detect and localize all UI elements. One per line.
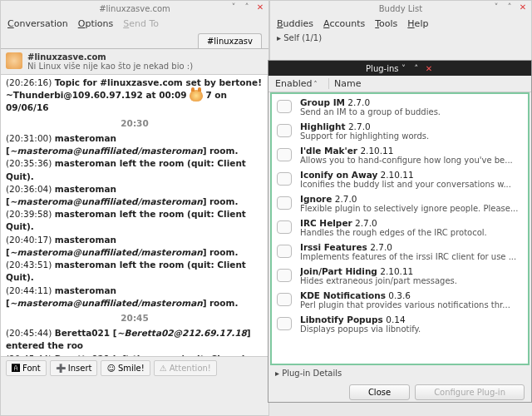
plugin-enabled-checkbox[interactable]	[277, 196, 292, 210]
plugin-row[interactable]: Irssi Features 2.7.0Implements features …	[272, 240, 528, 264]
font-button[interactable]: 🅰 Font	[6, 360, 47, 376]
plugin-enabled-checkbox[interactable]	[277, 317, 292, 330]
plugin-name: KDE Notifications 0.3.6	[300, 290, 523, 300]
plugin-desc: Displays popups via libnotify.	[300, 324, 523, 334]
log-line: (20:45:44) Beretta021 [~Beretta02@212.69…	[6, 327, 264, 352]
max-icon[interactable]: ˄	[411, 63, 421, 73]
max-icon[interactable]: ˄	[242, 2, 252, 12]
room-topic: Ni Linux više nije kao što je nekad bio …	[27, 62, 193, 71]
menu-buddies[interactable]: Buddies	[277, 18, 313, 29]
plugin-enabled-checkbox[interactable]	[277, 245, 292, 258]
close-icon[interactable]: ✕	[424, 63, 434, 73]
log-line: (20:40:17) masteroman [~masteroma@unaffi…	[6, 234, 264, 259]
log-line: (20:26:16) Topic for #linuxzasve.com set…	[6, 77, 264, 89]
menu-tools[interactable]: Tools	[375, 18, 397, 29]
plugin-name: Group IM 2.7.0	[300, 97, 523, 107]
plugin-row[interactable]: IRC Helper 2.7.0Handles the rough edges …	[272, 215, 528, 240]
menu-conversation[interactable]: Conversation	[7, 18, 68, 29]
max-icon[interactable]: ˄	[505, 2, 515, 12]
plugin-row[interactable]: Group IM 2.7.0Send an IM to a group of b…	[272, 95, 528, 119]
log-line: ~Thunderbi@109.60.97.192 at 00:09 7 on 0…	[6, 89, 264, 114]
plugin-desc: Support for highlighting words.	[300, 131, 523, 141]
attention-button: ⚠ Attention!	[154, 360, 217, 376]
plugin-row[interactable]: Iconify on Away 2.10.11Iconifies the bud…	[272, 167, 528, 191]
plugin-enabled-checkbox[interactable]	[277, 124, 292, 137]
plugin-name: Iconify on Away 2.10.11	[300, 170, 523, 180]
plugin-desc: Allows you to hand-configure how long yo…	[300, 156, 523, 165]
column-name[interactable]: Name	[334, 78, 361, 89]
plugin-enabled-checkbox[interactable]	[277, 172, 292, 186]
log-line: (20:31:00) masteroman [~masteroma@unaffi…	[6, 132, 264, 157]
conversation-title: #linuxzasve.com	[99, 4, 170, 13]
plugin-details-expander[interactable]: ▸ Plug-in Details	[268, 365, 531, 381]
plugin-desc: Perl plugin that provides various notifi…	[300, 300, 523, 310]
menu-sendto[interactable]: Send To	[123, 18, 159, 29]
plugin-desc: Flexible plugin to selectively ignore pe…	[300, 204, 523, 213]
buddy-titlebar: Buddy List ˅ ˄ ✕	[270, 1, 531, 16]
self-group[interactable]: Self (1/1)	[283, 33, 322, 42]
plugin-name: Join/Part Hiding 2.10.11	[300, 266, 523, 276]
tab-strip: #linuxzasv	[1, 32, 268, 49]
plugin-name: IRC Helper 2.7.0	[300, 218, 523, 228]
tab-linuxzasve[interactable]: #linuxzasv	[198, 33, 262, 48]
plugin-row[interactable]: Highlight 2.7.0Support for highlighting …	[272, 119, 528, 143]
min-icon[interactable]: ˅	[491, 2, 501, 12]
plugin-row[interactable]: I'dle Mak'er 2.10.11Allows you to hand-c…	[272, 143, 528, 167]
plugin-name: Ignore 2.7.0	[300, 194, 523, 204]
plugin-enabled-checkbox[interactable]	[277, 220, 292, 234]
plugin-row[interactable]: Libnotify Popups 0.14Displays popups via…	[272, 312, 528, 336]
plugin-desc: Hides extraneous join/part messages.	[300, 276, 523, 285]
plugin-desc: Handles the rough edges of the IRC proto…	[300, 228, 523, 237]
plugin-enabled-checkbox[interactable]	[277, 269, 292, 282]
plugins-title: Plug-ins	[366, 64, 398, 73]
buddy-menubar: Buddies Accounts Tools Help	[270, 16, 531, 32]
plugin-enabled-checkbox[interactable]	[277, 148, 292, 161]
buddy-title: Buddy List	[379, 4, 422, 13]
plugin-list-header: Enabled˄ Name	[268, 76, 531, 92]
plugin-name: Highlight 2.7.0	[300, 121, 523, 131]
conversation-toolbar: 🅰 Font ➕ Insert ☺ Smile! ⚠ Attention!	[1, 357, 268, 379]
menu-help[interactable]: Help	[407, 18, 428, 29]
smile-button[interactable]: ☺ Smile!	[101, 360, 150, 376]
plugin-name: I'dle Mak'er 2.10.11	[300, 146, 523, 156]
column-enabled[interactable]: Enabled˄	[275, 78, 323, 89]
configure-plugin-button: Configure Plug-in	[415, 384, 525, 400]
plugins-titlebar: Plug-ins ˅ ˄ ✕	[268, 61, 531, 76]
log-line: (20:39:58) masteroman left the room (qui…	[6, 208, 264, 233]
conversation-log[interactable]: (20:26:16) Topic for #linuxzasve.com set…	[1, 74, 268, 357]
expand-icon[interactable]: ▸	[277, 33, 281, 42]
min-icon[interactable]: ˅	[229, 2, 239, 12]
buddy-list-window: Buddy List ˅ ˄ ✕ Buddies Accounts Tools …	[269, 0, 532, 67]
plugin-enabled-checkbox[interactable]	[277, 100, 292, 113]
log-line: (20:36:04) masteroman [~masteroma@unaffi…	[6, 183, 264, 208]
conversation-titlebar: #linuxzasve.com ˅ ˄ ✕	[1, 1, 268, 16]
min-icon[interactable]: ˅	[399, 63, 409, 73]
close-icon[interactable]: ✕	[518, 2, 528, 12]
conversation-header: #linuxzasve.com Ni Linux više nije kao š…	[1, 49, 268, 74]
log-line: (20:44:11) masteroman [~masteroma@unaffi…	[6, 285, 264, 310]
plugin-name: Libnotify Popups 0.14	[300, 314, 523, 324]
close-icon[interactable]: ✕	[255, 2, 265, 12]
log-line: (20:35:36) masteroman left the room (qui…	[6, 157, 264, 182]
close-button[interactable]: Close	[349, 384, 410, 400]
plugins-window: Plug-ins ˅ ˄ ✕ Enabled˄ Name Group IM 2.…	[268, 60, 532, 403]
menu-options[interactable]: Options	[78, 18, 113, 29]
menu-accounts[interactable]: Accounts	[323, 18, 365, 29]
conversation-window: #linuxzasve.com ˅ ˄ ✕ Conversation Optio…	[0, 0, 269, 416]
plugin-row[interactable]: Join/Part Hiding 2.10.11Hides extraneous…	[272, 264, 528, 288]
room-avatar-icon	[6, 52, 22, 69]
log-line: (20:43:51) masteroman left the room (qui…	[6, 259, 264, 284]
plugin-desc: Implements features of the irssi IRC cli…	[300, 252, 523, 261]
plugin-desc: Iconifies the buddy list and your conver…	[300, 180, 523, 189]
insert-button[interactable]: ➕ Insert	[50, 360, 98, 376]
plugin-list[interactable]: Group IM 2.7.0Send an IM to a group of b…	[270, 92, 530, 365]
plugin-enabled-checkbox[interactable]	[277, 293, 292, 306]
room-name: #linuxzasve.com	[27, 52, 193, 62]
plugin-row[interactable]: Ignore 2.7.0Flexible plugin to selective…	[272, 191, 528, 215]
plugin-row[interactable]: KDE Notifications 0.3.6Perl plugin that …	[272, 288, 528, 312]
plugin-desc: Send an IM to a group of buddies.	[300, 107, 523, 116]
conversation-menubar: Conversation Options Send To	[1, 16, 268, 32]
plugin-name: Irssi Features 2.7.0	[300, 242, 523, 252]
